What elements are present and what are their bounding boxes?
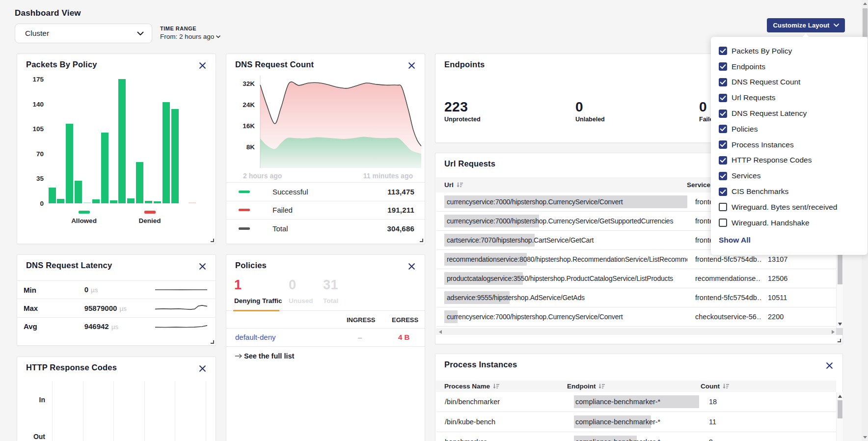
scroll-up-arrow[interactable]	[838, 395, 842, 398]
process-table-vertical-scrollbar[interactable]	[836, 392, 843, 441]
tab-unused[interactable]: 0 Unused	[289, 277, 313, 304]
show-all-link[interactable]: Show All	[719, 236, 751, 245]
checkbox-checked[interactable]	[719, 62, 727, 71]
url-table-row[interactable]: currencyservice:7000/hipstershop.Currenc…	[436, 307, 836, 327]
resize-handle[interactable]	[211, 239, 214, 242]
checkbox-checked[interactable]	[719, 110, 727, 118]
checkbox-checked[interactable]	[719, 78, 727, 86]
close-icon[interactable]	[196, 260, 209, 273]
url-table-row[interactable]: adservice:9555/hipstershop.AdService/Get…	[436, 288, 836, 307]
y-tick: 35	[24, 175, 44, 182]
url-table-horizontal-scrollbar[interactable]	[436, 328, 836, 335]
dns-request-latency-card: DNS Request Latency Min0µsMax95879000µsA…	[17, 254, 216, 346]
tab-total[interactable]: 31 Total	[323, 277, 338, 304]
menu-item-http-response-codes[interactable]: HTTP Response Codes	[711, 153, 868, 168]
page-title: Dashboard View	[15, 8, 81, 18]
menu-item-dns-request-count[interactable]: DNS Request Count	[711, 75, 868, 90]
menu-item-packets-by-policy[interactable]: Packets By Policy	[711, 43, 868, 59]
sort-icon	[457, 182, 463, 188]
checkbox-checked[interactable]	[719, 172, 727, 180]
menu-item-url-requests[interactable]: Url Requests	[711, 90, 868, 106]
process-table-row[interactable]: /bin/benchmarkercompliance-benchmarker-*…	[436, 392, 836, 412]
scrollbar-thumb[interactable]	[838, 400, 842, 418]
checkbox-checked[interactable]	[719, 156, 727, 165]
card-title: Process Instances	[444, 360, 517, 369]
dashboard-page: Dashboard View Cluster TIME RANGE From: …	[0, 0, 868, 441]
menu-item-policies[interactable]: Policies	[711, 121, 868, 137]
url-cell: currencyservice:7000/hipstershop.Currenc…	[447, 198, 687, 206]
close-icon[interactable]	[405, 260, 418, 273]
scroll-right-arrow[interactable]	[832, 330, 835, 334]
resize-handle[interactable]	[838, 339, 841, 342]
service-cell: recommendationse…	[687, 275, 761, 282]
chevron-down-icon	[834, 24, 839, 27]
menu-item-cis-benchmarks[interactable]: CIS Benchmarks	[711, 184, 868, 199]
service-cell: checkoutservice-56…	[687, 313, 761, 321]
cluster-select[interactable]: Cluster	[15, 24, 152, 43]
sort-icon	[723, 384, 729, 389]
url-cell: currencyservice:7000/hipstershop.Currenc…	[447, 217, 687, 225]
egress-value: 4 B	[398, 333, 409, 341]
process-instances-card: Process Instances Process Name Endpoint …	[435, 354, 843, 441]
checkbox-checked[interactable]	[719, 125, 727, 133]
scroll-left-arrow[interactable]	[439, 330, 442, 334]
checkbox-unchecked[interactable]	[719, 203, 727, 211]
scroll-up-arrow[interactable]	[863, 2, 867, 5]
process-table-row[interactable]: /bin/kube-benchcompliance-benchmarker-*1…	[436, 412, 836, 432]
menu-item-process-instances[interactable]: Process Instances	[711, 137, 868, 153]
checkbox-checked[interactable]	[719, 47, 727, 55]
count-cell: 12506	[761, 275, 787, 282]
checkbox-checked[interactable]	[719, 188, 727, 196]
time-range-value[interactable]: From: 2 hours ago	[160, 33, 220, 40]
chevron-down-icon	[137, 31, 144, 36]
policies-table-row: default-deny – 4 B	[226, 329, 425, 347]
policies-tabs: 1 Denying Traffic 0 Unused 31 Total	[226, 277, 425, 311]
stat-unlabeled: 0 Unlabeled	[575, 99, 605, 123]
menu-item-endpoints[interactable]: Endpoints	[711, 59, 868, 75]
legend-item-allowed[interactable]: Allowed	[73, 211, 95, 224]
scroll-down-arrow[interactable]	[838, 323, 842, 326]
column-header-count[interactable]: Count	[701, 383, 729, 390]
close-icon[interactable]	[823, 359, 836, 372]
menu-item-wireguard-bytes-sent-received[interactable]: Wireguard. Bytes sent/received	[711, 199, 868, 215]
menu-item-services[interactable]: Services	[711, 168, 868, 184]
y-tick: 0	[24, 199, 44, 207]
scroll-down-arrow[interactable]	[863, 436, 867, 439]
endpoint-cell: compliance-benchmarker-*	[575, 438, 660, 441]
customize-layout-button[interactable]: Customize Layout	[767, 18, 845, 32]
latency-sparkline	[155, 303, 208, 314]
y-tick: 16K	[235, 122, 255, 130]
column-header-endpoint[interactable]: Endpoint	[567, 383, 701, 390]
menu-item-label: HTTP Response Codes	[732, 156, 812, 165]
see-full-list-link[interactable]: See the full list	[235, 352, 294, 360]
legend-item-denied[interactable]: Denied	[138, 211, 161, 224]
allowed-bar	[92, 199, 100, 203]
url-cell: productcatalogservice:3550/hipstershop.P…	[447, 275, 687, 282]
column-header-process-name[interactable]: Process Name	[444, 383, 567, 390]
checkbox-checked[interactable]	[719, 94, 727, 102]
sort-icon	[493, 384, 499, 389]
count-cell: 13107	[761, 255, 787, 263]
checkbox-unchecked[interactable]	[719, 219, 727, 227]
failed-swatch	[239, 209, 250, 211]
menu-item-label: Wireguard. Bytes sent/received	[732, 203, 837, 212]
policy-link[interactable]: default-deny	[235, 333, 276, 341]
menu-item-wireguard-handshake[interactable]: Wireguard. Handshake	[711, 215, 868, 231]
allowed-bar	[83, 202, 91, 203]
x-axis-label-right: 11 minutes ago	[363, 172, 413, 180]
scrollbar-thumb[interactable]	[863, 8, 868, 37]
allowed-bar	[118, 79, 126, 203]
tab-denying-traffic[interactable]: 1 Denying Traffic	[234, 277, 282, 304]
process-table-row[interactable]: benchmarkercompliance-benchmarker-*9	[436, 432, 836, 441]
url-cell: cartservice:7070/hipstershop.CartService…	[447, 236, 687, 244]
y-tick: 140	[24, 100, 44, 108]
url-table-row[interactable]: productcatalogservice:3550/hipstershop.P…	[436, 269, 836, 288]
column-header-url[interactable]: Url	[444, 181, 687, 189]
checkbox-checked[interactable]	[719, 140, 727, 149]
gridline	[113, 381, 114, 441]
resize-handle[interactable]	[211, 340, 214, 344]
latency-sparkline	[155, 284, 208, 295]
menu-item-dns-request-latency[interactable]: DNS Request Latency	[711, 106, 868, 121]
resize-handle[interactable]	[420, 239, 423, 242]
count-cell: 2200	[761, 313, 784, 321]
